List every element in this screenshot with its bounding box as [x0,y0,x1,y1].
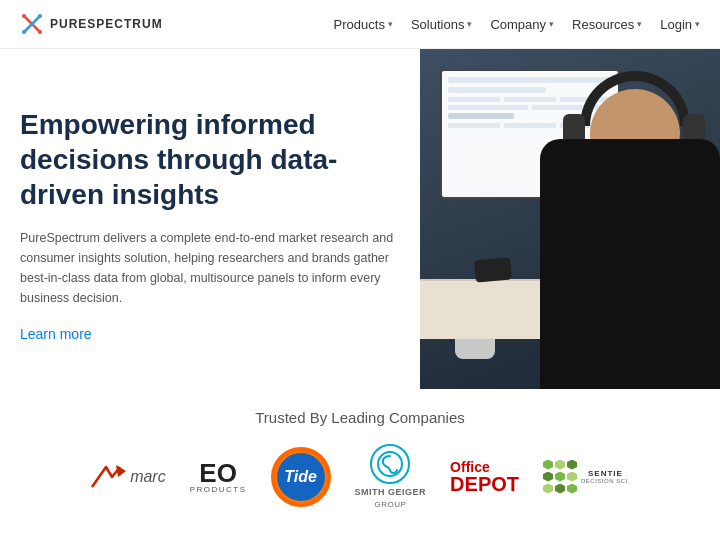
depot-office-text: Office [450,460,490,474]
sentient-hex-grid [543,460,577,494]
eo-sub-text: PRODUCTS [190,486,247,494]
nav-products[interactable]: Products ▾ [334,17,393,32]
hex-cell [555,472,565,482]
trusted-section: Trusted By Leading Companies marc EO PRO… [0,389,720,525]
logo-text: PURESPECTRUM [50,17,163,31]
eo-products-logo: EO PRODUCTS [190,460,247,494]
hero-section: Empowering informed decisions through da… [0,49,720,389]
tide-text: Tide [284,468,317,486]
tide-logo: Tide [271,447,331,507]
desk-scene [420,49,720,389]
nav-links: Products ▾ Solutions ▾ Company ▾ Resourc… [334,17,700,32]
hex-row [543,472,577,482]
hex-cell [543,460,553,470]
company-logos-row: marc EO PRODUCTS Tide SMITH GEIGER GROUP [20,444,700,509]
svg-point-5 [38,14,42,18]
sentient-logo: SENTIE DECISION SCI. [543,460,630,494]
nav-resources[interactable]: Resources ▾ [572,17,642,32]
marc-arrow-icon [90,463,126,491]
hero-image [420,49,720,389]
chevron-down-icon: ▾ [467,19,472,29]
sg-name: SMITH GEIGER [355,487,427,497]
office-depot-logo: Office DEPOT [450,460,519,494]
chevron-down-icon: ▾ [695,19,700,29]
sg-symbol [376,450,404,478]
chevron-down-icon: ▾ [549,19,554,29]
sg-icon [370,444,410,484]
hex-cell [543,484,553,494]
sentient-subname: DECISION SCI. [581,478,630,484]
depot-depot-text: DEPOT [450,474,519,494]
screen-cell [448,105,528,110]
chevron-down-icon: ▾ [388,19,393,29]
hex-row [543,460,577,470]
svg-point-3 [38,30,42,34]
screen-bar [448,77,612,83]
hex-cell [555,460,565,470]
screen-bar [448,87,546,93]
screen-cell [504,97,556,102]
sentient-name: SENTIE [581,469,630,479]
person-with-headphones [520,109,720,389]
smith-geiger-logo: SMITH GEIGER GROUP [355,444,427,509]
hero-content: Empowering informed decisions through da… [0,49,420,389]
hex-cell [567,460,577,470]
nav-company[interactable]: Company ▾ [490,17,554,32]
hex-cell [567,472,577,482]
hero-description: PureSpectrum delivers a complete end-to-… [20,228,400,308]
login-button[interactable]: Login ▾ [660,17,700,32]
tide-inner: Tide [277,453,325,501]
eo-main-text: EO [199,460,237,486]
screen-cell [448,123,500,128]
hex-cell [567,484,577,494]
marc-text: marc [130,468,166,486]
phone-on-desk [474,257,512,282]
logo[interactable]: PURESPECTRUM [20,12,163,36]
marc-logo: marc [90,463,166,491]
nav-solutions[interactable]: Solutions ▾ [411,17,472,32]
trusted-title: Trusted By Leading Companies [20,409,700,426]
hero-title: Empowering informed decisions through da… [20,107,400,212]
svg-marker-6 [116,465,126,477]
svg-point-2 [22,14,26,18]
learn-more-link[interactable]: Learn more [20,326,92,342]
screen-bar [448,113,514,119]
hex-row [543,484,577,494]
chevron-down-icon: ▾ [637,19,642,29]
screen-cell [448,97,500,102]
svg-point-4 [22,30,26,34]
logo-icon [20,12,44,36]
hex-cell [555,484,565,494]
sg-subname: GROUP [374,500,406,509]
person-body [540,139,720,389]
hex-cell [543,472,553,482]
sentient-text-group: SENTIE DECISION SCI. [581,469,630,485]
navigation: PURESPECTRUM Products ▾ Solutions ▾ Comp… [0,0,720,49]
